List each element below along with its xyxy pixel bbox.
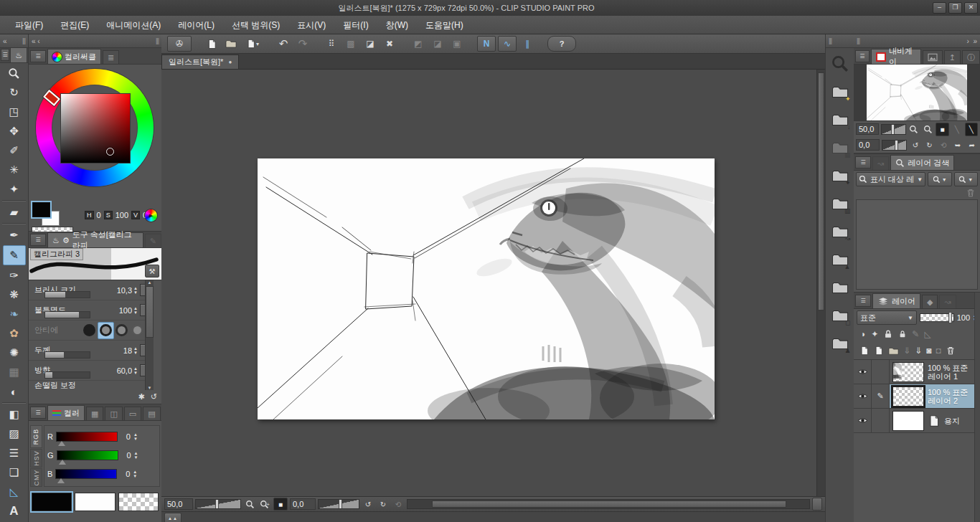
tool-palette-header[interactable]: « ||| — [0, 34, 28, 48]
cmy-side-tab[interactable]: CMY — [30, 468, 42, 487]
nav-fit-button[interactable]: ■ — [936, 123, 948, 136]
nav-zoom-handle[interactable] — [891, 124, 895, 135]
airbrush-tool[interactable]: ✺ — [4, 343, 25, 362]
menu-view[interactable]: 표시(V) — [289, 18, 334, 32]
undo-button[interactable]: ↶ — [275, 37, 292, 51]
snap-to-grid-button[interactable]: ∥ — [519, 37, 536, 51]
palette-column-header[interactable]: « ‹ ||| — [29, 34, 161, 48]
blend-tool[interactable]: ◐ — [4, 382, 25, 401]
thickness-value[interactable]: 18 — [88, 346, 133, 355]
prev-icon[interactable]: ‹ — [37, 37, 39, 45]
opacity-spinner[interactable]: ▲▼ — [133, 306, 138, 315]
layer-search-menu-button[interactable]: ☰ — [855, 156, 871, 169]
blue-slider[interactable] — [55, 469, 117, 479]
next-icon[interactable]: › — [967, 37, 969, 45]
nav-zoom-in-button[interactable] — [922, 123, 933, 136]
menu-help[interactable]: 도움말(H) — [418, 18, 471, 32]
sub-tool-detail-tab[interactable]: ✎ — [145, 234, 161, 247]
set-as-draft-icon[interactable]: ✎ — [912, 329, 919, 339]
new-layer-dialog-icon[interactable] — [874, 346, 884, 356]
open-canvas-button[interactable] — [222, 37, 240, 51]
layer-row-paper[interactable]: 용지 — [854, 409, 980, 433]
direction-slider[interactable] — [44, 371, 90, 379]
layer-tab[interactable]: 레이어 — [872, 293, 920, 308]
ruler-icon[interactable]: ◺ — [924, 329, 930, 339]
scroll-down-icon[interactable]: ▼ — [148, 386, 152, 390]
layer1-thumbnail[interactable] — [892, 362, 924, 382]
nav-rotate-slider[interactable] — [882, 140, 907, 151]
rotate-right-button[interactable]: ↻ — [377, 498, 390, 510]
navigator-tab[interactable]: 내비게이 — [871, 49, 921, 64]
restore-default-icon[interactable]: ↺ — [151, 392, 157, 402]
r-spinner[interactable]: ▲▼ — [133, 432, 138, 441]
brush-stroke-preview[interactable]: 캘리그라피 3 ⚒ — [29, 248, 161, 280]
nav-zoom-slider[interactable] — [881, 124, 905, 135]
layer-property-ink-tab[interactable]: ◆ — [922, 295, 938, 308]
nav-zoom-out-button[interactable] — [908, 123, 920, 136]
layer1-main[interactable]: 100 % 표준 레이어 1 — [890, 360, 980, 384]
apply-mask-icon[interactable]: ◘ — [936, 346, 941, 356]
eyedropper-tool[interactable]: ✦ — [4, 180, 25, 199]
layer2-editing-pen-icon[interactable]: ✎ — [872, 384, 890, 408]
collapse-left-icon[interactable]: « — [32, 37, 36, 45]
move-tool[interactable]: ✥ — [4, 122, 25, 141]
tool-property-menu-button[interactable]: ☰ — [30, 234, 46, 246]
layer-panel-menu-button[interactable]: ☰ — [855, 295, 871, 307]
sub-view-tab[interactable] — [923, 50, 943, 64]
paper-thumbnail[interactable] — [892, 411, 924, 431]
material-button[interactable]: ▣ — [448, 37, 466, 51]
menu-selection[interactable]: 선택 범위(S) — [224, 18, 288, 32]
selection-tool[interactable]: ✐ — [4, 141, 25, 160]
text-tool[interactable]: A — [4, 502, 25, 521]
menu-edit[interactable]: 편집(E) — [52, 18, 97, 32]
drag-grip[interactable]: ||| — [857, 37, 859, 44]
create-layer-mask-icon[interactable]: ◙ — [926, 346, 931, 356]
blend-caret-icon[interactable]: ▼ — [908, 315, 913, 321]
clip-studio-button[interactable]: ✇ — [167, 36, 192, 52]
right-column-header[interactable]: ||| › » — [854, 34, 980, 48]
opacity-slider[interactable] — [44, 311, 90, 318]
g-value[interactable]: 0 — [121, 451, 131, 460]
pastel-tool[interactable]: ✿ — [4, 324, 25, 343]
rotation-slider[interactable] — [318, 499, 359, 509]
menu-window[interactable]: 창(W) — [378, 18, 416, 32]
b-spinner[interactable]: ▲▼ — [133, 470, 137, 478]
intermediate-color-tab[interactable]: ◫ — [105, 407, 122, 420]
frame-border-tool[interactable]: ❏ — [4, 463, 25, 482]
reselect-button[interactable]: ▩ — [342, 37, 359, 51]
search-clear-button[interactable]: ▼ — [954, 172, 978, 186]
nav-rotate-handle[interactable] — [895, 140, 898, 151]
saturation-value-square[interactable] — [60, 93, 131, 163]
layer2-visibility-eye-icon[interactable] — [854, 384, 872, 408]
dock-header[interactable]: ||| — [826, 34, 854, 48]
red-slider[interactable] — [56, 432, 118, 442]
redo-button[interactable]: ↷ — [294, 37, 311, 51]
lock-transparent-pixels-icon[interactable] — [898, 330, 907, 338]
g-spinner[interactable]: ▲▼ — [134, 451, 138, 460]
layer-row-1[interactable]: 100 % 표준 레이어 1 — [854, 360, 980, 384]
hatching-tool[interactable]: ☰ — [4, 444, 25, 462]
layer-property-tab[interactable]: ↝ — [872, 156, 889, 170]
search-settings-button[interactable]: ▼ — [928, 172, 951, 186]
help-button[interactable]: ? — [547, 36, 576, 52]
wrench-button[interactable]: ⚒ — [145, 265, 159, 277]
thickness-spinner[interactable]: ▲▼ — [133, 346, 138, 355]
transparent-swatch[interactable] — [118, 493, 159, 511]
paper-edit-cell[interactable] — [872, 409, 890, 432]
material-effect-icon[interactable]: ✦ — [829, 163, 851, 188]
menu-animation[interactable]: 애니메이션(A) — [98, 18, 169, 32]
hue-ring-area[interactable] — [29, 65, 161, 205]
register-settings-icon[interactable]: ✱ — [138, 392, 145, 402]
tool-panel-menu-button[interactable]: ☰ — [1, 49, 9, 61]
opacity-value[interactable]: 100 — [88, 306, 133, 315]
main-color-black-swatch[interactable] — [32, 493, 72, 511]
foreground-color-swatch[interactable] — [32, 202, 50, 217]
navigator-menu-button[interactable]: ☰ — [855, 50, 870, 62]
pattern-brush-tool[interactable]: ▦ — [4, 363, 25, 381]
snap-to-ruler-button[interactable]: N — [477, 36, 496, 52]
drag-grip[interactable]: ||| — [829, 37, 831, 44]
menu-file[interactable]: 파일(F) — [7, 18, 51, 32]
rotation-slider-handle[interactable] — [339, 499, 342, 509]
minimize-button[interactable]: – — [933, 2, 946, 14]
color-history-tab[interactable]: ▤ — [143, 407, 160, 420]
